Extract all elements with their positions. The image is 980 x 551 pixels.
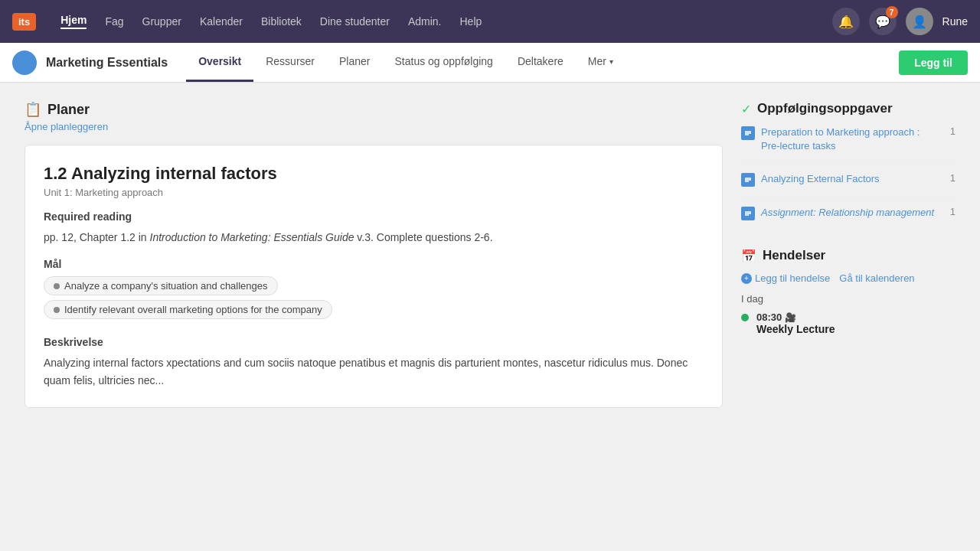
legg-til-hendelse-label: Legg til hendelse <box>755 272 830 284</box>
required-reading-label: Required reading <box>44 210 704 223</box>
apne-planleggeren-link[interactable]: Åpne planleggeren <box>24 121 723 132</box>
card-title: 1.2 Analyzing internal factors <box>44 164 704 184</box>
oppfolging-count-1: 1 <box>950 126 956 137</box>
legg-til-hendelse-link[interactable]: + Legg til hendelse <box>741 272 830 284</box>
course-nav-deltakere[interactable]: Deltakere <box>505 43 576 82</box>
oppfolging-link-1[interactable]: Preparation to Marketing approach : Pre-… <box>761 126 941 153</box>
book-title: Introduction to Marketing: Essentials Gu… <box>150 231 354 243</box>
course-nav-status[interactable]: Status og oppfølging <box>382 43 505 82</box>
event-time-row: 08:30 🎥 <box>756 311 835 323</box>
course-icon <box>12 51 37 75</box>
goal-tag-2: Identify relevant overall marketing opti… <box>44 300 332 319</box>
goal-dot-icon <box>54 283 60 289</box>
event-dot-icon <box>741 314 749 321</box>
maal-section: Analyze a company's situation and challe… <box>44 276 704 324</box>
maal-label: Mål <box>44 258 704 270</box>
oppfolging-count-2: 1 <box>950 172 956 184</box>
nav-item-bibliotek[interactable]: Bibliotek <box>261 15 302 28</box>
oppfolging-item-2: Analyzing External Factors 1 <box>741 172 956 197</box>
course-nav-oversikt[interactable]: Oversikt <box>186 43 253 82</box>
course-navigation: Marketing Essentials Oversikt Ressurser … <box>0 43 980 83</box>
hendelser-title: Hendelser <box>763 248 825 263</box>
messages-badge: 7 <box>886 6 898 18</box>
nav-item-grupper[interactable]: Grupper <box>142 15 181 28</box>
goal-dot-icon-2 <box>54 307 60 313</box>
event-type-icon: 🎥 <box>785 312 796 323</box>
svg-point-0 <box>19 57 30 68</box>
course-nav-mer[interactable]: Mer ▾ <box>576 43 626 82</box>
oppfolging-section: ✓ Oppfølgingsoppgaver Preparation to Mar… <box>741 101 956 230</box>
calendar-icon: 📅 <box>741 249 756 263</box>
event-details: 08:30 🎥 Weekly Lecture <box>756 311 835 335</box>
right-column: ✓ Oppfølgingsoppgaver Preparation to Mar… <box>741 101 956 408</box>
i-dag-label: I dag <box>741 293 956 305</box>
left-column: 📋 Planer Åpne planleggeren 1.2 Analyzing… <box>24 101 723 408</box>
course-nav-ressurser[interactable]: Ressurser <box>253 43 327 82</box>
course-nav-items: Oversikt Ressurser Planer Status og oppf… <box>186 43 626 82</box>
gaa-til-kalender-link[interactable]: Gå til kalenderen <box>839 272 914 284</box>
reading-text-prefix: pp. 12, Chapter 1.2 in <box>44 231 147 243</box>
card-subtitle: Unit 1: Marketing approach <box>44 187 704 198</box>
nav-item-help[interactable]: Help <box>460 15 482 28</box>
avatar[interactable]: 👤 <box>906 8 933 35</box>
oppfolging-item-1: Preparation to Marketing approach : Pre-… <box>741 126 956 163</box>
legg-til-button[interactable]: Legg til <box>899 51 968 75</box>
nav-item-hjem[interactable]: Hjem <box>60 14 87 29</box>
user-name: Rune <box>942 15 968 28</box>
task-icon-3 <box>741 207 755 220</box>
task-icon-1 <box>741 126 755 140</box>
nav-item-kalender[interactable]: Kalender <box>200 15 243 28</box>
chevron-down-icon: ▾ <box>609 57 613 66</box>
beskrivelse-text: Analyzing internal factors xpectations a… <box>44 354 704 389</box>
notifications-button[interactable]: 🔔 <box>832 8 860 35</box>
main-content: 📋 Planer Åpne planleggeren 1.2 Analyzing… <box>0 83 980 426</box>
course-title: Marketing Essentials <box>46 56 168 70</box>
goal-label-2: Identify relevant overall marketing opti… <box>64 304 322 315</box>
plus-icon: + <box>741 273 752 284</box>
oppfolging-link-3[interactable]: Assignment: Relationship management <box>761 206 941 220</box>
nav-item-admin[interactable]: Admin. <box>408 15 442 28</box>
hendelser-header: 📅 Hendelser <box>741 248 956 263</box>
oppfolging-header: ✓ Oppfølgingsoppgaver <box>741 101 956 116</box>
course-nav-planer[interactable]: Planer <box>327 43 382 82</box>
check-icon: ✓ <box>741 102 751 116</box>
oppfolging-count-3: 1 <box>950 206 956 217</box>
book-suffix: v.3. Complete questions 2-6. <box>357 231 492 243</box>
nav-item-dine-studenter[interactable]: Dine studenter <box>320 15 390 28</box>
hendelser-actions: + Legg til hendelse Gå til kalenderen <box>741 272 956 284</box>
oppfolging-link-2[interactable]: Analyzing External Factors <box>761 172 941 186</box>
top-navigation: its Hjem Fag Grupper Kalender Bibliotek … <box>0 0 980 43</box>
task-icon-2 <box>741 173 755 187</box>
top-nav-right: 🔔 💬 7 👤 Rune <box>832 8 968 35</box>
beskrivelse-label: Beskrivelse <box>44 336 704 348</box>
oppfolging-title: Oppfølgingsoppgaver <box>757 101 893 116</box>
messages-button[interactable]: 💬 7 <box>869 8 897 35</box>
planer-header: 📋 Planer <box>24 101 723 118</box>
goal-label-1: Analyze a company's situation and challe… <box>64 280 268 292</box>
goal-tag-1: Analyze a company's situation and challe… <box>44 276 278 295</box>
hendelser-section: 📅 Hendelser + Legg til hendelse Gå til k… <box>741 248 956 335</box>
nav-item-fag[interactable]: Fag <box>105 15 123 28</box>
event-title: Weekly Lecture <box>756 323 835 335</box>
reading-text: pp. 12, Chapter 1.2 in Introduction to M… <box>44 229 704 246</box>
content-card: 1.2 Analyzing internal factors Unit 1: M… <box>24 145 723 408</box>
event-item-1: 08:30 🎥 Weekly Lecture <box>741 311 956 335</box>
planer-icon: 📋 <box>24 101 41 118</box>
event-time: 08:30 <box>756 311 782 323</box>
planer-title: Planer <box>47 102 90 118</box>
its-logo: its <box>12 13 36 31</box>
oppfolging-item-3: Assignment: Relationship management 1 <box>741 206 956 230</box>
